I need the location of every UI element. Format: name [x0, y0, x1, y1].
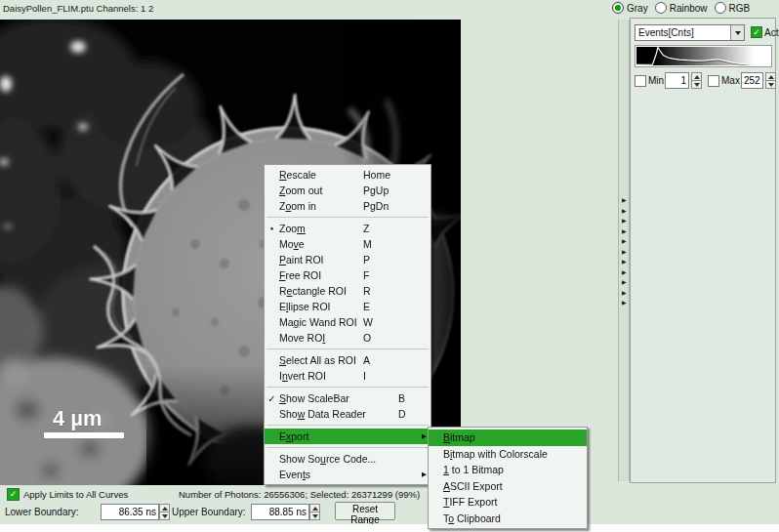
menu-item-events[interactable]: Events▶ [265, 467, 430, 482]
menu-item-label: Move [279, 238, 363, 250]
menu-shortcut: B [398, 392, 405, 404]
submenu-item-ascii-export[interactable]: ASCII Export [429, 478, 587, 495]
menu-shortcut: W [363, 316, 373, 328]
menu-item-ellipse-roi[interactable]: Ellipse ROIE [265, 299, 430, 314]
spinner-up[interactable] [766, 73, 775, 81]
lower-boundary-input[interactable] [101, 504, 159, 520]
menu-item-paint-roi[interactable]: Paint ROIP [265, 252, 430, 267]
radio-rgb[interactable]: RGB [715, 2, 751, 14]
menu-item-label: Export [279, 430, 363, 442]
menu-item-label: Zoom [279, 223, 363, 234]
menu-separator [266, 447, 429, 448]
menu-shortcut: O [363, 332, 371, 344]
expander-arrow-icon[interactable]: ▶ [620, 267, 627, 278]
expander-arrow-icon[interactable]: ▶ [620, 195, 627, 206]
menu-item-label: 1 to 1 Bitmap [443, 464, 504, 475]
spinner-down[interactable] [160, 512, 169, 519]
menu-item-label: Zoom out [279, 184, 363, 196]
submenu-item-tiff-export[interactable]: TIFF Export [429, 494, 587, 511]
menu-item-move[interactable]: MoveM [265, 236, 430, 252]
menu-item-label: Rectangle ROI [279, 285, 363, 297]
menu-item-label: Bitmap [443, 431, 475, 443]
menu-separator [266, 348, 429, 349]
apply-limits-checkbox[interactable]: ✓ [7, 488, 20, 501]
menu-item-show-data-reader[interactable]: Show Data ReaderD [265, 406, 430, 422]
max-checkbox[interactable] [708, 75, 719, 87]
arrow-up-icon [694, 75, 700, 79]
reset-range-button[interactable]: Reset Range [335, 502, 395, 520]
menu-shortcut: R [363, 285, 371, 297]
submenu-item-bitmap-with-colorscale[interactable]: Bitmap with Colorscale [429, 446, 587, 463]
submenu-arrow-icon: ▶ [422, 471, 427, 478]
scale-bar-label: 4 µm [53, 406, 102, 430]
menu-item-free-roi[interactable]: Free ROIF [265, 267, 430, 283]
arrow-down-icon [312, 514, 318, 518]
upper-boundary-label: Upper Boundary: [172, 507, 246, 517]
histogram-curve-svg [636, 47, 770, 65]
expander-arrow-icon[interactable]: ▶ [620, 298, 627, 308]
menu-item-label: Ellipse ROI [279, 301, 363, 312]
channel-select[interactable]: Events[Cnts] [635, 24, 745, 41]
colormap-panel: Events[Cnts] ✓ Active Min Max [630, 18, 776, 483]
spinner-up[interactable] [692, 73, 701, 81]
app-window: DaisyPollen_FLIM.ptu Channels: 1 2 [0, 0, 779, 532]
min-input[interactable] [665, 72, 689, 89]
menu-item-select-all-as-roi[interactable]: Select All as ROIA [265, 352, 430, 368]
menu-item-export[interactable]: Export▶ [265, 429, 430, 444]
menu-item-rescale[interactable]: RescaleHome [265, 167, 430, 183]
menu-item-zoom-in[interactable]: Zoom inPgDn [265, 198, 430, 214]
expander-arrow-icon[interactable]: ▶ [620, 277, 627, 288]
radio-gray[interactable]: Gray [612, 2, 648, 14]
upper-boundary-input[interactable] [251, 504, 309, 520]
menu-item-label: Free ROI [279, 269, 363, 281]
menu-item-zoom[interactable]: ●ZoomZ [265, 221, 430, 236]
arrow-up-icon [162, 507, 168, 511]
apply-limits-label: Apply Limits to All Curves [23, 489, 128, 500]
menu-item-label: Move ROI [279, 332, 363, 344]
menu-item-label: Show ScaleBar [279, 392, 398, 404]
menu-item-magic-wand-roi[interactable]: Magic Wand ROIW [265, 314, 430, 330]
arrow-down-icon [162, 514, 168, 518]
spinner-up[interactable] [160, 505, 169, 512]
expander-arrow-icon[interactable]: ▶ [620, 226, 627, 237]
menu-item-zoom-out[interactable]: Zoom outPgUp [265, 183, 430, 198]
arrow-up-icon [312, 507, 318, 511]
expander-arrow-icon[interactable]: ▶ [620, 236, 627, 247]
intensity-histogram[interactable] [635, 45, 772, 67]
menu-item-move-roi[interactable]: Move ROIO [265, 330, 430, 346]
expander-arrow-icon[interactable]: ▶ [620, 206, 627, 217]
min-label: Min [648, 75, 664, 86]
check-icon: ✓ [753, 28, 760, 37]
expander-arrow-icon[interactable]: ▶ [620, 216, 627, 226]
max-input[interactable] [741, 72, 763, 89]
spinner-up[interactable] [310, 505, 319, 512]
expander-arrow-icon[interactable]: ▶ [620, 257, 627, 267]
bottom-strip [0, 524, 779, 532]
expander-arrow-icon[interactable]: ▶ [620, 247, 627, 258]
chevron-down-icon [735, 31, 741, 35]
menu-item-label: Select All as ROI [279, 354, 363, 366]
spinner-down[interactable] [692, 81, 701, 88]
menu-item-show-scalebar[interactable]: ✓Show ScaleBarB [265, 390, 430, 406]
spinner-down[interactable] [766, 81, 775, 88]
context-menu: RescaleHomeZoom outPgUpZoom inPgDn●ZoomZ… [264, 164, 431, 485]
photon-count-text: Number of Photons: 26556306; Selected: 2… [179, 489, 420, 500]
submenu-item-bitmap[interactable]: Bitmap [429, 430, 587, 446]
footer-bar: ✓ Apply Limits to All Curves Number of P… [0, 485, 779, 524]
menu-item-invert-roi[interactable]: Invert ROII [265, 368, 430, 384]
submenu-arrow-icon: ▶ [422, 432, 427, 440]
dropdown-button[interactable] [730, 25, 744, 40]
panel-splitter[interactable]: ▶▶▶▶▶▶▶▶▶▶▶ [618, 20, 630, 481]
expander-arrow-icon[interactable]: ▶ [620, 288, 627, 299]
menu-item-rectangle-roi[interactable]: Rectangle ROIR [265, 283, 430, 299]
radio-icon-rgb [715, 2, 726, 14]
min-checkbox[interactable] [635, 75, 646, 87]
submenu-item-to-clipboard[interactable]: To Clipboard [429, 511, 587, 527]
submenu-item-1-to-1-bitmap[interactable]: 1 to 1 Bitmap [429, 462, 587, 478]
menu-item-show-source-code[interactable]: Show Source Code... [265, 451, 430, 467]
radio-rainbow[interactable]: Rainbow [655, 2, 708, 14]
bullet-icon: ● [265, 221, 279, 236]
upper-boundary-spinner [309, 504, 320, 520]
active-checkbox[interactable]: ✓ [751, 26, 762, 38]
spinner-down[interactable] [310, 512, 319, 519]
